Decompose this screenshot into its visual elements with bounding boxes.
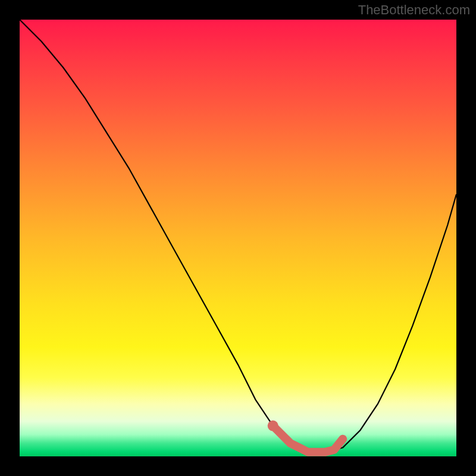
attribution-text: TheBottleneck.com bbox=[358, 2, 470, 18]
bottleneck-curve bbox=[20, 20, 456, 452]
chart-svg bbox=[20, 20, 456, 456]
marker-dot bbox=[268, 421, 278, 431]
optimal-range-highlight bbox=[273, 426, 343, 452]
plot-area bbox=[20, 20, 456, 456]
chart-container: TheBottleneck.com bbox=[0, 0, 476, 476]
